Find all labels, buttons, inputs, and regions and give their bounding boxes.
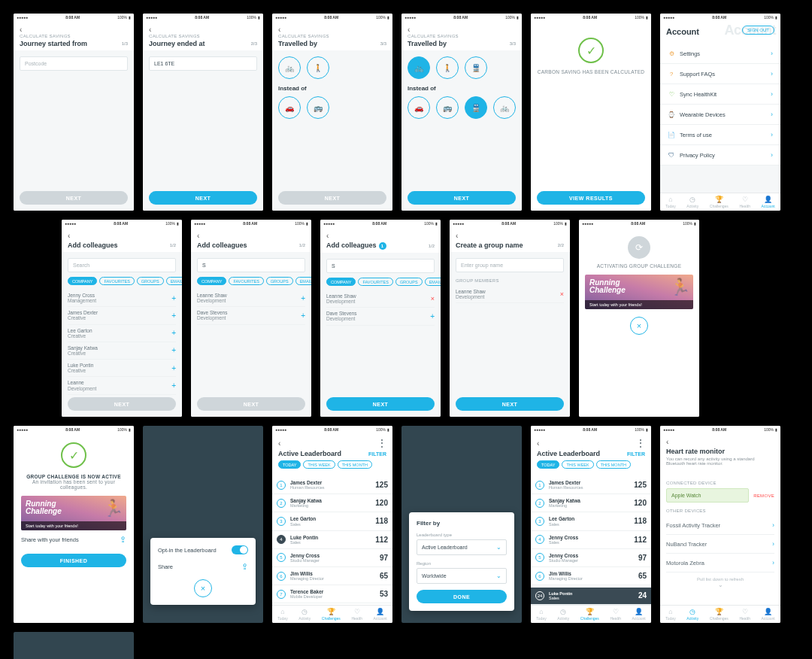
filter-link[interactable]: FILTER bbox=[627, 451, 645, 457]
account-item[interactable]: ⚙Settings› bbox=[660, 44, 780, 64]
filter-pill[interactable]: COMPANY bbox=[326, 278, 356, 286]
share-icon[interactable]: ⇪ bbox=[241, 562, 248, 572]
leaderboard-row[interactable]: 5Jenny CrossStudio Manager97 bbox=[531, 549, 651, 567]
next-button[interactable]: NEXT bbox=[408, 191, 516, 205]
date-range-tab[interactable]: THIS WEEK bbox=[562, 460, 593, 469]
date-range-tab[interactable]: TODAY bbox=[537, 460, 559, 469]
back-icon[interactable]: ‹ bbox=[278, 439, 280, 448]
finished-button[interactable]: FINISHED bbox=[21, 554, 126, 567]
leaderboard-row[interactable]: 6Jim WillisManaging Director65 bbox=[272, 567, 392, 585]
filter-pill[interactable]: GROUPS bbox=[395, 278, 423, 286]
tab-today[interactable]: ⌂Today bbox=[536, 608, 546, 621]
train-icon[interactable]: 🚆 bbox=[465, 96, 487, 119]
leaderboard-row[interactable]: 4Jenny CrossSales112 bbox=[531, 531, 651, 549]
signout-button[interactable]: SIGN OUT bbox=[742, 26, 774, 35]
filter-pill[interactable]: EMAIL bbox=[166, 277, 182, 285]
tab-activity[interactable]: ◷Activity bbox=[557, 608, 569, 621]
view-results-button[interactable]: VIEW RESULTS bbox=[537, 191, 645, 205]
account-item[interactable]: 📄Terms of use› bbox=[660, 125, 780, 145]
account-item[interactable]: ⌚Wearable Devices› bbox=[660, 105, 780, 125]
date-range-tab[interactable]: THIS MONTH bbox=[338, 460, 372, 469]
filter-pill[interactable]: COMPANY bbox=[197, 277, 226, 285]
car-icon[interactable]: 🚗 bbox=[408, 96, 430, 119]
add-icon[interactable]: + bbox=[301, 311, 305, 320]
filter-link[interactable]: FILTER bbox=[368, 451, 386, 457]
back-icon[interactable]: ‹ bbox=[537, 439, 539, 448]
walk-icon[interactable]: 🚶 bbox=[307, 56, 329, 79]
more-icon[interactable]: ⋮ bbox=[636, 438, 645, 448]
leaderboard-row[interactable]: 2Sanjay KatwaMarketing120 bbox=[531, 494, 651, 512]
train-icon[interactable]: 🚆 bbox=[465, 56, 487, 79]
add-icon[interactable]: + bbox=[171, 381, 176, 390]
region-select[interactable]: Worldwide⌄ bbox=[417, 568, 507, 584]
back-icon[interactable]: ‹ bbox=[408, 26, 410, 34]
add-icon[interactable]: + bbox=[171, 346, 176, 354]
add-icon[interactable]: + bbox=[171, 294, 176, 302]
remove-icon[interactable]: × bbox=[560, 290, 564, 298]
add-icon[interactable]: + bbox=[430, 312, 435, 320]
add-icon[interactable]: + bbox=[301, 294, 305, 302]
leaderboard-row[interactable]: 6Jim WillisManaging Director65 bbox=[531, 567, 651, 585]
bike-icon[interactable]: 🚲 bbox=[408, 56, 430, 79]
tab-health[interactable]: ♡Health bbox=[739, 608, 750, 621]
back-icon[interactable]: ‹ bbox=[197, 232, 199, 240]
leaderboard-row[interactable]: 3Lee GartonSales118 bbox=[272, 512, 392, 530]
tab-health[interactable]: ♡Health bbox=[351, 608, 362, 621]
type-select[interactable]: Active Leaderboard⌄ bbox=[417, 539, 507, 555]
tab-health[interactable]: ♡Health bbox=[610, 608, 620, 621]
tab-today[interactable]: ⌂Today bbox=[665, 196, 675, 208]
leaderboard-row[interactable]: 5Jenny CrossStudio Manager97 bbox=[272, 549, 392, 567]
tab-account[interactable]: 👤Account bbox=[762, 608, 775, 621]
add-icon[interactable]: + bbox=[171, 364, 176, 372]
close-button[interactable]: × bbox=[194, 579, 212, 597]
walk-icon[interactable]: 🚶 bbox=[436, 56, 459, 79]
leaderboard-row[interactable]: 2Sanjay KatwaMarketing120 bbox=[272, 494, 392, 512]
tab-activity[interactable]: ◷Activity bbox=[686, 608, 698, 621]
filter-pill[interactable]: GROUPS bbox=[137, 277, 164, 285]
tab-account[interactable]: 👤Account bbox=[762, 196, 775, 208]
tab-account[interactable]: 👤Account bbox=[374, 608, 387, 621]
filter-pill[interactable]: COMPANY bbox=[68, 277, 97, 285]
bus-icon[interactable]: 🚌 bbox=[307, 96, 329, 119]
next-button[interactable]: NEXT bbox=[326, 397, 435, 411]
device-row[interactable]: NuBand Tracker› bbox=[666, 535, 774, 554]
leaderboard-row[interactable]: 3Lee GartonSales118 bbox=[531, 512, 651, 530]
date-range-tab[interactable]: THIS WEEK bbox=[303, 460, 335, 469]
remove-icon[interactable]: × bbox=[431, 295, 435, 302]
tab-challenges[interactable]: 🏆Challenges bbox=[322, 608, 341, 621]
date-range-tab[interactable]: THIS MONTH bbox=[596, 460, 631, 469]
done-button[interactable]: DONE bbox=[417, 590, 507, 603]
tab-challenges[interactable]: 🏆Challenges bbox=[710, 608, 729, 621]
postcode-input[interactable]: Postcode bbox=[20, 56, 128, 71]
tab-challenges[interactable]: 🏆Challenges bbox=[580, 608, 599, 621]
bike-icon[interactable]: 🚲 bbox=[493, 96, 516, 119]
back-icon[interactable]: ‹ bbox=[149, 26, 151, 34]
search-input[interactable]: S bbox=[197, 258, 305, 272]
more-icon[interactable]: ⋮ bbox=[377, 438, 386, 448]
leaderboard-row[interactable]: 4Luke PontinSales112 bbox=[272, 531, 392, 549]
tab-activity[interactable]: ◷Activity bbox=[686, 196, 698, 208]
filter-pill[interactable]: FAVOURITES bbox=[229, 277, 263, 285]
close-button[interactable]: × bbox=[630, 317, 648, 335]
back-icon[interactable]: ‹ bbox=[326, 232, 329, 240]
tab-today[interactable]: ⌂Today bbox=[665, 608, 675, 621]
account-item[interactable]: ♡Sync HealthKit› bbox=[660, 84, 780, 105]
leaderboard-row[interactable]: 1James DexterHuman Resources125 bbox=[272, 476, 392, 494]
postcode-input[interactable]: LE1 6TE bbox=[149, 56, 257, 71]
back-icon[interactable]: ‹ bbox=[278, 26, 280, 34]
add-icon[interactable]: + bbox=[171, 329, 176, 337]
car-icon[interactable]: 🚗 bbox=[278, 96, 301, 119]
tab-challenges[interactable]: 🏆Challenges bbox=[710, 196, 729, 208]
leaderboard-row[interactable]: 7Terence BakerMobile Developer53 bbox=[272, 585, 392, 603]
date-range-tab[interactable]: TODAY bbox=[278, 460, 301, 469]
next-button[interactable]: NEXT bbox=[456, 397, 564, 411]
optin-switch[interactable] bbox=[232, 545, 248, 554]
tab-account[interactable]: 👤Account bbox=[632, 608, 646, 621]
search-input[interactable]: Search bbox=[68, 258, 176, 272]
device-row[interactable]: Fossil Activity Tracker› bbox=[666, 516, 774, 535]
device-row[interactable]: Motorola Zebra› bbox=[666, 554, 774, 572]
account-item[interactable]: ?Support FAQs› bbox=[660, 64, 780, 84]
back-icon[interactable]: ‹ bbox=[666, 438, 668, 446]
filter-pill[interactable]: EMAIL bbox=[425, 278, 441, 286]
remove-link[interactable]: REMOVE bbox=[753, 493, 774, 498]
